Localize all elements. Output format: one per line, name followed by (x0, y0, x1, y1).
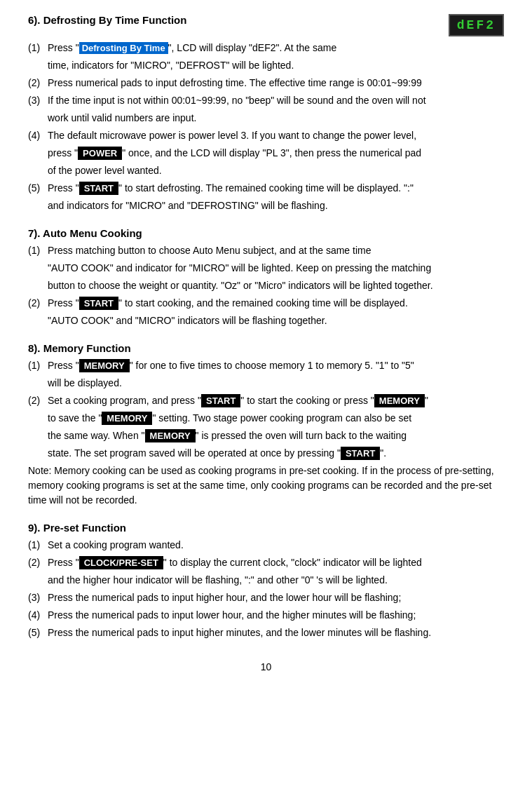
section-6-item-1: (1) Press "Defrosting By Time", LCD will… (28, 41, 504, 73)
item-indent: of the power level wanted. (48, 163, 504, 178)
item-indent: "AUTO COOK" and "MICRO" indicators will … (48, 313, 504, 328)
item-num: (3) (28, 93, 48, 108)
item-indent: state. The set program saved will be ope… (48, 446, 504, 461)
section-9: 9). Pre-set Function (1) Set a cooking p… (28, 522, 504, 640)
section-9-title: 9). Pre-set Function (28, 522, 504, 534)
power-highlight: POWER (78, 147, 122, 160)
section-6: 6). Defrosting By Time Function dEF2 (1)… (28, 14, 504, 213)
clock-preset-highlight: CLOCK/PRE-SET (79, 556, 163, 569)
start-highlight: START (79, 297, 118, 310)
item-text: Press "START" to start defrosting. The r… (48, 181, 504, 196)
section-8: 8). Memory Function (1) Press "MEMORY" f… (28, 342, 504, 508)
item-num: (1) (28, 243, 48, 258)
section-8-item-2: (2) Set a cooking program, and press "ST… (28, 393, 504, 461)
section-6-item-3: (3) If the time input is not within 00:0… (28, 93, 504, 126)
section-7-item-2: (2) Press "START" to start cooking, and … (28, 296, 504, 328)
defrosting-by-time-highlight: Defrosting By Time (79, 42, 168, 54)
section-7: 7). Auto Menu Cooking (1) Press matching… (28, 227, 504, 328)
memory-highlight: MEMORY (145, 429, 196, 442)
item-num: (3) (28, 590, 48, 605)
item-num: (5) (28, 625, 48, 640)
memory-highlight: MEMORY (79, 359, 130, 372)
item-indent: to save the "MEMORY" setting. Two stage … (48, 411, 504, 426)
item-text: Press "MEMORY" for one to five times to … (48, 358, 504, 373)
item-num: (2) (28, 76, 48, 90)
start-highlight: START (341, 447, 380, 460)
start-highlight: START (79, 182, 118, 195)
item-text: Press "START" to start cooking, and the … (48, 296, 504, 311)
memory-highlight: MEMORY (102, 412, 152, 425)
item-indent: work until valid numbers are input. (48, 111, 504, 126)
section-8-title: 8). Memory Function (28, 342, 504, 354)
page-number: 10 (28, 661, 504, 672)
section-6-item-4: (4) The default microwave power is power… (28, 128, 504, 178)
section-7-title: 7). Auto Menu Cooking (28, 227, 504, 239)
item-text: Set a cooking program, and press "START"… (48, 393, 504, 408)
item-indent: and the higher hour indicator will be fl… (48, 573, 504, 588)
section-8-note: Note: Memory cooking can be used as cook… (28, 464, 504, 508)
section-9-item-5: (5) Press the numerical pads to input hi… (28, 625, 504, 640)
item-num: (2) (28, 296, 48, 311)
section-7-item-1: (1) Press matching button to choose Auto… (28, 243, 504, 293)
item-indent: press "POWER" once, and the LCD will dis… (48, 146, 504, 161)
item-num: (5) (28, 181, 48, 196)
item-num: (1) (28, 358, 48, 373)
section-6-item-2: (2) Press numerical pads to input defros… (28, 76, 504, 90)
section-6-title: 6). Defrosting By Time Function (28, 14, 449, 26)
item-text: Press numerical pads to input defrosting… (48, 76, 504, 90)
item-indent: will be displayed. (48, 376, 504, 391)
item-text: If the time input is not within 00:01~99… (48, 93, 504, 108)
item-indent: button to choose the weight or quantity.… (48, 278, 504, 293)
item-indent: "AUTO COOK" and indicator for "MICRO" wi… (48, 261, 504, 276)
item-num: (4) (28, 128, 48, 143)
section-9-item-4: (4) Press the numerical pads to input lo… (28, 608, 504, 623)
item-text: Press matching button to choose Auto Men… (48, 243, 504, 258)
item-num: (4) (28, 608, 48, 623)
item-text: The default microwave power is power lev… (48, 128, 504, 143)
section-9-item-2: (2) Press "CLOCK/PRE-SET" to display the… (28, 555, 504, 588)
lcd-display: dEF2 (449, 14, 504, 36)
item-num: (2) (28, 555, 48, 570)
item-indent: the same way. When "MEMORY" is pressed t… (48, 428, 504, 443)
section-9-item-1: (1) Set a cooking program wanted. (28, 538, 504, 553)
item-text: Set a cooking program wanted. (48, 538, 504, 553)
section-9-item-3: (3) Press the numerical pads to input hi… (28, 590, 504, 605)
item-text: Press the numerical pads to input lower … (48, 608, 504, 623)
item-text: Press the numerical pads to input higher… (48, 625, 504, 640)
item-text: Press the numerical pads to input higher… (48, 590, 504, 605)
section-8-item-1: (1) Press "MEMORY" for one to five times… (28, 358, 504, 391)
item-indent: and indicators for "MICRO" and "DEFROSTI… (48, 198, 504, 213)
item-text: Press "Defrosting By Time", LCD will dis… (48, 41, 504, 55)
item-num: (2) (28, 393, 48, 408)
start-highlight: START (201, 394, 240, 407)
memory-highlight: MEMORY (374, 394, 425, 407)
item-indent: time, indicators for "MICRO", "DEFROST" … (48, 58, 504, 73)
item-text: Press "CLOCK/PRE-SET" to display the cur… (48, 555, 504, 570)
section-6-item-5: (5) Press "START" to start defrosting. T… (28, 181, 504, 213)
item-num: (1) (28, 41, 48, 55)
item-num: (1) (28, 538, 48, 553)
